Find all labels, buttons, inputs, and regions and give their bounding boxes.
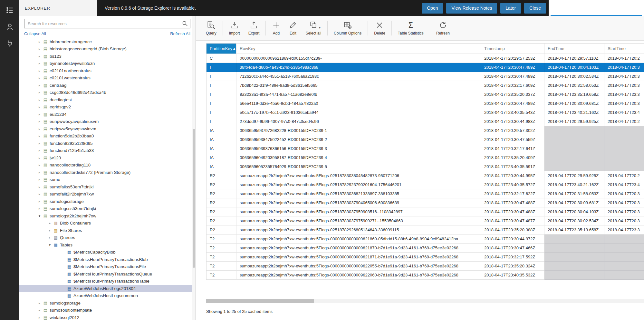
table-row[interactable]: IA00636596052355764929-RD00155DF7C239-52… [207, 162, 644, 171]
partition-key-cell[interactable]: IA [207, 162, 236, 171]
table-horizontal-scrollbar[interactable] [206, 299, 644, 303]
tree-item-c02101northcentralus[interactable]: ▸▤c02101northcentralus [19, 67, 196, 75]
timestamp-cell[interactable]: 2018-04-17T23:35:20.388Z [481, 225, 544, 235]
table-row[interactable]: R2sumoazureappt2lr2bejmh7xw-eventhubs:5F… [207, 216, 644, 225]
end-time-cell[interactable]: 2018-04-17T20:31:58.053Z [544, 81, 604, 90]
timestamp-cell[interactable]: 2018-04-17T23:40:35.532Z [481, 271, 544, 280]
row-key-cell[interactable]: sumoazureappt2lr2bejmh7xw-eventhubs:5Flo… [236, 271, 481, 280]
chevron-right-icon[interactable]: ▸ [37, 98, 42, 102]
tree-item-function8292512f8d65[interactable]: ▸▤function8292512f8d65 [19, 140, 196, 147]
tree-item-winlabssql2012[interactable]: ▸▤winlabssql2012 [19, 314, 196, 320]
tree-item-euripww5cyavqsawinvm[interactable]: ▸▤euripww5cyavqsawinvm [19, 125, 196, 133]
start-time-cell[interactable]: 2018-04-17T20:3 [604, 189, 644, 198]
timestamp-cell[interactable]: 2018-04-17T20:32:17.592Z [481, 253, 544, 262]
chevron-right-icon[interactable]: ▸ [47, 221, 53, 225]
chevron-right-icon[interactable]: ▸ [37, 40, 42, 44]
tree-item-tables[interactable]: ▾▦Tables [19, 241, 196, 249]
end-time-cell[interactable] [544, 235, 604, 244]
chevron-right-icon[interactable]: ▸ [37, 105, 42, 109]
partition-key-cell[interactable]: IA [207, 126, 236, 135]
chevron-down-icon[interactable]: ▾ [47, 243, 53, 247]
end-time-cell[interactable]: 2018-04-17T20:30:09.681Z [544, 99, 604, 108]
start-time-cell[interactable] [604, 253, 644, 262]
timestamp-cell[interactable]: 2018-04-17T23:35:20.409Z [481, 153, 544, 162]
row-key-cell[interactable]: sumoazureappt2lr2bejmh7xw-eventhubs:5Flo… [236, 180, 481, 189]
partition-key-cell[interactable]: IA [207, 135, 236, 144]
start-time-cell[interactable] [604, 135, 644, 144]
tree-item-sumologsss53em7tdnjki[interactable]: ▸▤sumologsss53em7tdnjki [19, 205, 196, 213]
partition-key-cell[interactable]: R2 [207, 198, 236, 207]
start-time-cell[interactable] [604, 126, 644, 135]
timestamp-cell[interactable]: 2018-04-17T20:32:17.622Z [481, 189, 544, 198]
column-header-timestamp[interactable]: Timestamp [481, 44, 544, 54]
tree-item-nanocollectordisks772-premium-storage[interactable]: ▸▤nanocollectordisks772 (Premium Storage… [19, 169, 196, 176]
end-time-cell[interactable]: 2018-04-17T23:40:21.162Z [544, 180, 604, 189]
later-button[interactable]: Later [500, 3, 521, 14]
table-statistics-button[interactable]: ΣTable Statistics [394, 16, 428, 40]
partition-key-cell[interactable]: IA [207, 144, 236, 153]
row-key-cell[interactable]: sumoazureappt2lr2bejmh7xw-eventhubs:5Flo… [236, 171, 481, 180]
chevron-right-icon[interactable]: ▸ [37, 301, 42, 305]
timestamp-cell[interactable]: 2018-04-17T23:35:20.337Z [481, 90, 544, 99]
select-all-button[interactable]: ▾Select all [301, 16, 325, 40]
timestamp-cell[interactable]: 2018-04-17T20:29:57.253Z [481, 54, 544, 63]
account-panel-button[interactable] [3, 21, 16, 34]
end-time-cell[interactable] [544, 244, 604, 253]
tree-item-sumologst2lr2bejmh7xw[interactable]: ▾▤sumologst2lr2bejmh7xw [19, 212, 196, 220]
end-time-cell[interactable]: 2018-04-17T20:30:09.681Z [544, 198, 604, 207]
tree-item-nanocollectordiag118[interactable]: ▸▤nanocollectordiag118 [19, 162, 196, 169]
end-time-cell[interactable]: 2018-04-17T20:29:59.925Z [544, 171, 604, 180]
chevron-right-icon[interactable]: ▸ [37, 185, 42, 189]
timestamp-cell[interactable]: 2018-04-17T23:40:35.591Z [481, 162, 544, 171]
chevron-right-icon[interactable]: ▸ [37, 91, 42, 94]
timestamp-cell[interactable]: 2018-04-17T20:30:47.559Z [481, 135, 544, 144]
edit-button[interactable]: Edit [284, 16, 301, 40]
table-row[interactable]: IA00636595939376366156-RD00155DF7C239-32… [207, 144, 644, 153]
tree-item-blobreaderstorageacc[interactable]: ▸▤blobreaderstorageacc [19, 38, 196, 45]
end-time-cell[interactable]: 2018-04-17T20:30:04.103Z [544, 63, 604, 72]
partition-key-cell[interactable]: T2 [207, 262, 236, 271]
open-button[interactable]: Open [422, 3, 443, 14]
row-key-cell[interactable]: sumoazureappt2lr2bejmh7xw-eventhubs:5Flo… [236, 253, 481, 262]
timestamp-cell[interactable]: 2018-04-17T20:30:44.983Z [481, 117, 544, 126]
tree-item-metricshourprimarytransactionsqueue[interactable]: ▦$MetricsHourPrimaryTransactionsQueue [19, 270, 196, 278]
start-time-cell[interactable]: 2018-04-17T20:3 [604, 63, 644, 72]
row-key-cell[interactable]: e0ca717c-197b-4cc1-a923-91036ceba944 [236, 108, 481, 117]
partition-key-cell[interactable]: T2 [207, 235, 236, 244]
tree-item-centraag[interactable]: ▸▤centraag [19, 82, 196, 89]
end-time-cell[interactable]: 2018-04-17T20:30:04.103Z [544, 207, 604, 216]
table-row[interactable]: R2sumoazureappt2lr2bejmh7xw-eventhubs:5F… [207, 171, 644, 180]
table-row[interactable]: T2sumoazureappt2lr2bejmh7xw-eventhubs:5F… [207, 253, 644, 262]
timestamp-cell[interactable]: 2018-04-17T20:29:57.302Z [481, 126, 544, 135]
column-options-button[interactable]: Column Options [330, 16, 366, 40]
start-time-cell[interactable] [604, 244, 644, 253]
table-row[interactable]: T2sumoazureappt2lr2bejmh7xw-eventhubs:5F… [207, 262, 644, 271]
table-row[interactable]: T2sumoazureappt2lr2bejmh7xw-eventhubs:5F… [207, 235, 644, 244]
partition-key-cell[interactable]: I [207, 117, 236, 126]
table-row[interactable]: Ie0ca717c-197b-4cc1-a923-91036ceba944201… [207, 108, 644, 117]
table-row[interactable]: R2sumoazureappt2lr2bejmh7xw-eventhubs:5F… [207, 189, 644, 198]
tree-item-sumosolutiontemplate[interactable]: ▸▤sumosolutiontemplate [19, 307, 196, 314]
end-time-cell[interactable] [544, 153, 604, 162]
timestamp-cell[interactable]: 2018-04-17T20:30:47.488Z [481, 207, 544, 216]
row-key-cell[interactable]: sumoazureappt2lr2bejmh7xw-eventhubs:5Flo… [236, 198, 481, 207]
end-time-cell[interactable] [544, 253, 604, 262]
tree-item-sumologicstorage[interactable]: ▸▤sumologicstorage [19, 198, 196, 205]
chevron-right-icon[interactable]: ▸ [37, 163, 42, 167]
table-row[interactable]: R2sumoazureappt2lr2bejmh7xw-eventhubs:5F… [207, 198, 644, 207]
start-time-cell[interactable]: 2018-04-17T20:3 [604, 216, 644, 225]
tree-item-sumologstorage[interactable]: ▸▤sumologstorage [19, 299, 196, 307]
search-input[interactable] [24, 19, 190, 28]
chevron-right-icon[interactable]: ▸ [37, 127, 42, 131]
column-header-start-time[interactable]: StartTime [604, 44, 644, 54]
start-time-cell[interactable] [604, 271, 644, 280]
row-key-cell[interactable]: 000000000000009621869-rd00155df7c239- [236, 54, 481, 63]
start-time-cell[interactable]: 2018-04-17T20:3 [604, 72, 644, 81]
partition-key-cell[interactable]: T2 [207, 271, 236, 280]
refresh-button[interactable]: Refresh [432, 16, 454, 40]
end-time-cell[interactable]: 2018-04-17T20:30:02.534Z [544, 72, 604, 81]
tree-item-sumofailss53em7tdnjki[interactable]: ▸▤sumofailss53em7tdnjki [19, 183, 196, 191]
start-time-cell[interactable]: 2018-04-17T20:2 [604, 117, 644, 126]
row-key-cell[interactable]: b6ee4119-dd3e-4ba6-9cbd-484a57f822a0 [236, 99, 481, 108]
end-time-cell[interactable]: 2018-04-17T23:35:19.658Z [544, 90, 604, 99]
